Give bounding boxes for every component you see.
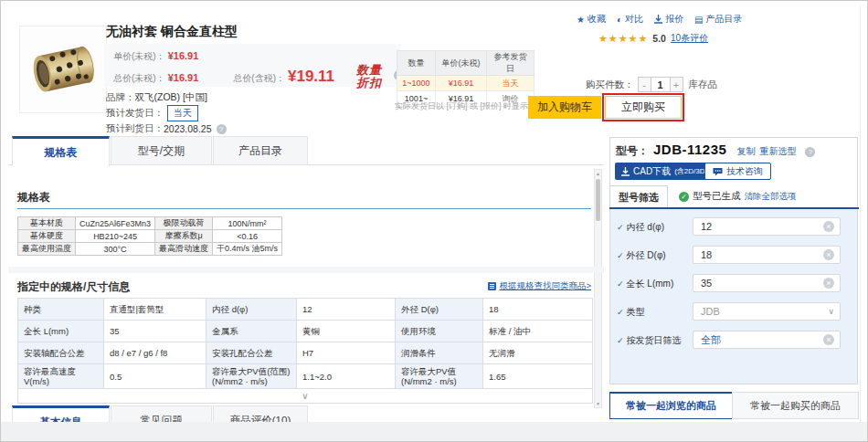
total-tax-value: ¥19.11 (288, 68, 334, 86)
filter-input-length[interactable]: 35 × (693, 274, 841, 292)
product-actions: ★ 收藏 ◐ 对比 报价 ▤ 产品目录 (577, 13, 742, 26)
clear-icon[interactable]: × (823, 249, 834, 260)
favorite-star-icon: ★ (577, 15, 585, 25)
buy-now-button[interactable]: 立即购买 (605, 96, 682, 119)
size-section-heading: 指定中的规格/尺寸信息 (17, 279, 130, 295)
chat-bubble-icon (713, 167, 723, 176)
page-bottom-clip (1, 422, 867, 442)
left-tabbar: 规格表 型号/交期 产品目录 (8, 136, 604, 165)
quantity-minus-button[interactable]: - (638, 77, 651, 92)
brand-label: 品牌： (106, 91, 135, 104)
add-to-cart-button[interactable]: 加入购物车 (528, 96, 601, 119)
download-icon (621, 167, 630, 176)
spec-section-heading: 规格表 (17, 190, 50, 205)
brand-value: 双飞(ZOB) [中国] (135, 91, 207, 104)
quantity-row: 购买件数： - 1 + 库存品 (586, 77, 717, 92)
size-spec-table: 种类直通型|套筒型 内径 d(φ)12 外径 D(φ)18 全长 L(mm)35… (17, 298, 593, 404)
model-row: 型号： JDB-11235 复制 重新选型 ? (616, 142, 815, 159)
check-icon: ✓ (617, 336, 624, 345)
model-label: 型号： (616, 143, 649, 159)
clear-icon[interactable]: × (823, 221, 834, 232)
clear-all-link[interactable]: 清除全部选项 (745, 191, 797, 203)
arrival-label: 预计到货日： (106, 122, 164, 135)
quantity-input[interactable]: 1 (651, 77, 670, 92)
filter-input-ship-date[interactable]: 全部 × (693, 331, 841, 349)
clear-icon[interactable]: × (823, 278, 834, 289)
filter-label-length: ✓ 全长 L(mm) (617, 278, 673, 290)
arrival-value: 2023.08.25 (164, 123, 212, 134)
discount-row-current: 1~1000 ¥16.91 当天 (397, 76, 535, 91)
brass-bushing-image (20, 26, 106, 112)
discount-header-row: 数量 单价(未税) 参考发货日 (397, 51, 535, 76)
ship-date-line: 预计发货日： 当天 (106, 105, 198, 121)
rating-row: ★★★★★ 5.0 10条评价 (598, 32, 708, 45)
unit-price-label: 单价(未税)： (113, 51, 165, 61)
arrival-info-icon[interactable]: ? (217, 124, 227, 134)
product-title: 无油衬套 铜合金直柱型 (106, 24, 238, 40)
search-similar-icon (488, 282, 496, 290)
catalog-button[interactable]: ▤ 产品目录 (694, 13, 742, 26)
brand-line: 品牌： 双飞(ZOB) [中国] (106, 91, 207, 104)
rating-stars-icon: ★★★★★ (598, 33, 648, 45)
stock-label: 库存品 (689, 79, 718, 91)
check-icon: ✓ (617, 223, 624, 232)
page-right-divider (860, 6, 861, 436)
filter-input-outer-diameter[interactable]: 18 × (693, 246, 841, 264)
tab-model-delivery[interactable]: 型号/交期 (111, 136, 212, 165)
tab-product-catalog[interactable]: 产品目录 (213, 136, 308, 165)
quantity-plus-button[interactable]: + (670, 77, 683, 92)
check-icon: ✓ (617, 251, 624, 260)
model-generated-row: ✓ 型号已生成 清除全部选项 (679, 190, 797, 203)
left-panel-scrollbar[interactable]: ▲ ▼ (594, 169, 602, 408)
quote-button[interactable]: 报价 (654, 13, 683, 26)
check-icon: ✓ (617, 308, 624, 317)
tab-frequently-viewed[interactable]: 常被一起浏览的商品 (609, 392, 733, 419)
ship-date-label: 预计发货日： (106, 107, 164, 120)
clear-icon[interactable]: × (823, 334, 834, 345)
reselect-link[interactable]: 重新选型 (759, 145, 796, 158)
download-icon (654, 15, 662, 24)
total-price-label: 总价(未税)： (113, 72, 165, 85)
filter-input-inner-diameter[interactable]: 12 × (693, 217, 841, 236)
quantity-label: 购买件数： (586, 79, 634, 91)
material-spec-table: 基本材质 CuZn25Al6Fe3Mn3 极限动载荷 100N/mm² 基体硬度… (17, 216, 282, 256)
reviews-link[interactable]: 10条评价 (671, 32, 708, 45)
model-number: JDB-11235 (653, 142, 726, 157)
total-price-value: ¥16.91 (168, 72, 199, 83)
filter-label-ship-date: ✓ 按发货日筛选 (617, 334, 682, 347)
chevron-down-icon: ∨ (302, 391, 308, 401)
find-similar-link[interactable]: 根据规格查找同类商品> (488, 280, 591, 292)
compare-button[interactable]: ◐ 对比 (617, 13, 643, 26)
filter-label-type: ✓ 类型 (617, 306, 645, 319)
tech-consult-button[interactable]: 技术咨询 (704, 163, 771, 180)
scroll-up-icon[interactable]: ▲ (595, 170, 601, 177)
spec-heading-underline (17, 208, 591, 209)
scrollbar-thumb[interactable] (596, 179, 600, 221)
favorite-button[interactable]: ★ 收藏 (577, 13, 606, 26)
tab-spec-table[interactable]: 规格表 (12, 136, 110, 166)
compare-icon: ◐ (617, 15, 622, 25)
model-info-icon[interactable]: ? (805, 147, 815, 157)
arrival-line: 预计到货日： 2023.08.25 ? (106, 122, 227, 135)
quantity-discount-stamp: 数量 折扣 (356, 64, 382, 89)
catalog-icon: ▤ (694, 15, 703, 25)
expand-table-button[interactable]: ∨ (18, 389, 593, 404)
quantity-discount-table: 数量 单价(未税) 参考发货日 1~1000 ¥16.91 当天 1001~ ¥… (397, 50, 535, 107)
unit-price-value: ¥16.91 (168, 50, 199, 61)
total-tax-label: 总价(含税)： (233, 72, 285, 85)
product-image (19, 26, 107, 113)
chevron-down-icon: ∨ (828, 307, 834, 316)
rating-score: 5.0 (652, 33, 666, 44)
ship-today-badge: 当天 (167, 105, 198, 121)
check-icon: ✓ (617, 279, 624, 289)
tab-frequently-bought[interactable]: 常被一起购买的商品 (732, 392, 859, 419)
tab-model-filter[interactable]: 型号筛选 (609, 185, 668, 208)
filter-label-inner-diameter: ✓ 内径 d(φ) (617, 221, 664, 234)
copy-model-link[interactable]: 复制 (736, 145, 755, 158)
filter-dropdown-type[interactable]: JDB ∨ (693, 302, 841, 321)
model-generated-text: 型号已生成 (693, 190, 741, 203)
filter-label-outer-diameter: ✓ 外径 D(φ) (617, 249, 666, 262)
check-circle-icon: ✓ (679, 192, 689, 202)
section-divider (8, 267, 604, 273)
cad-download-button[interactable]: CAD下载 (含2D/3D) (615, 163, 714, 180)
